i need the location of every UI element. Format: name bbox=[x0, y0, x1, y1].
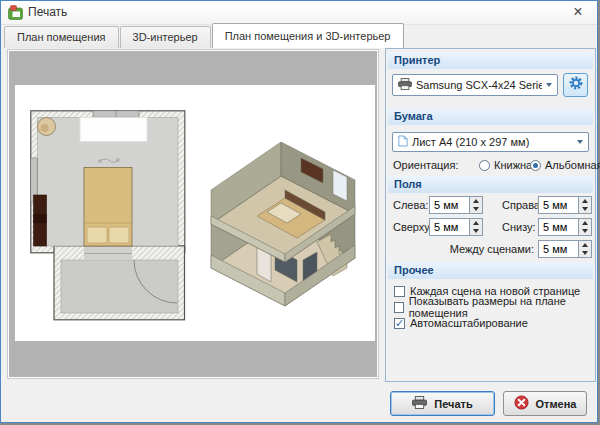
gear-icon bbox=[568, 75, 584, 95]
spin-down[interactable] bbox=[579, 249, 591, 257]
print-button-label: Печать bbox=[434, 398, 472, 410]
checkbox-icon bbox=[394, 286, 405, 297]
cancel-button[interactable]: Отмена bbox=[503, 391, 587, 416]
spin-up[interactable] bbox=[579, 241, 591, 249]
close-icon[interactable]: × bbox=[569, 2, 587, 22]
margin-between-scenes-value[interactable]: 5 мм bbox=[538, 240, 578, 258]
cancel-button-label: Отмена bbox=[536, 398, 577, 410]
margin-left-value[interactable]: 5 мм bbox=[429, 196, 469, 214]
checkbox-icon bbox=[394, 302, 404, 313]
settings-panel: Принтер Samsung SCX-4x24 Series PCL... Б… bbox=[385, 48, 596, 382]
red-x-icon bbox=[514, 395, 529, 412]
page-icon bbox=[398, 135, 408, 149]
titlebar: Печать × bbox=[1, 1, 597, 25]
tab-floor-plan-and-3d[interactable]: План помещения и 3D-интерьер bbox=[212, 23, 404, 48]
print-dialog: Печать × План помещения 3D-интерьер План… bbox=[0, 0, 598, 423]
print-button[interactable]: Печать bbox=[390, 391, 495, 416]
margin-bottom-spinner bbox=[578, 218, 592, 236]
section-header-margins: Поля bbox=[388, 176, 593, 193]
printer-settings-button[interactable] bbox=[563, 73, 588, 97]
margin-bottom-label: Снизу: bbox=[502, 218, 536, 236]
checkbox-show-dimensions[interactable]: Показывать размеры на плане помещения bbox=[394, 300, 595, 314]
margin-bottom-field[interactable]: 5 мм bbox=[538, 218, 592, 236]
section-header-paper: Бумага bbox=[388, 108, 593, 125]
spin-up[interactable] bbox=[470, 219, 482, 227]
orientation-landscape-label: Альбомная bbox=[545, 159, 600, 171]
printer-select[interactable]: Samsung SCX-4x24 Series PCL... bbox=[392, 74, 558, 96]
margin-between-scenes-spinner bbox=[578, 240, 592, 258]
spin-up[interactable] bbox=[579, 197, 591, 205]
margin-right-field[interactable]: 5 мм bbox=[538, 196, 592, 214]
printer-icon bbox=[398, 78, 412, 92]
spin-down[interactable] bbox=[470, 227, 482, 235]
spin-down[interactable] bbox=[579, 205, 591, 213]
margin-right-label: Справа: bbox=[502, 196, 543, 214]
chevron-down-icon bbox=[546, 83, 552, 87]
radio-icon bbox=[479, 160, 490, 171]
margin-bottom-value[interactable]: 5 мм bbox=[538, 218, 578, 236]
spin-up[interactable] bbox=[470, 197, 482, 205]
margin-top-label: Сверху: bbox=[393, 218, 433, 236]
tab-floor-plan[interactable]: План помещения bbox=[4, 26, 119, 48]
checkbox-checked-icon: ✓ bbox=[394, 318, 405, 329]
tab-3d-interior[interactable]: 3D-интерьер bbox=[120, 26, 211, 48]
margin-left-spinner bbox=[469, 196, 483, 214]
paper-select-value: Лист A4 (210 x 297 мм) bbox=[412, 136, 529, 148]
margin-right-value[interactable]: 5 мм bbox=[538, 196, 578, 214]
paper-select[interactable]: Лист A4 (210 x 297 мм) bbox=[392, 132, 589, 152]
spin-down[interactable] bbox=[470, 205, 482, 213]
floor-plan-preview bbox=[30, 110, 187, 322]
chevron-down-icon bbox=[577, 140, 583, 144]
checkbox-autoscale[interactable]: ✓ Автомасштабирование bbox=[394, 316, 528, 330]
window-title: Печать bbox=[28, 5, 67, 19]
printer-icon bbox=[412, 396, 427, 411]
orientation-label: Ориентация: bbox=[393, 156, 459, 174]
spin-down[interactable] bbox=[579, 227, 591, 235]
3d-view-preview bbox=[205, 142, 360, 322]
spin-up[interactable] bbox=[579, 219, 591, 227]
margin-top-spinner bbox=[469, 218, 483, 236]
app-icon bbox=[8, 5, 23, 20]
section-header-other: Прочее bbox=[388, 262, 593, 279]
margin-left-field[interactable]: 5 мм bbox=[429, 196, 483, 214]
margin-top-value[interactable]: 5 мм bbox=[429, 218, 469, 236]
preview-paper bbox=[15, 85, 375, 341]
margin-between-scenes-label: Между сценами: bbox=[393, 240, 534, 258]
print-preview bbox=[7, 49, 379, 379]
printer-select-value: Samsung SCX-4x24 Series PCL... bbox=[416, 79, 542, 91]
tab-bar: План помещения 3D-интерьер План помещени… bbox=[4, 25, 405, 48]
orientation-radio-landscape[interactable]: Альбомная bbox=[530, 157, 600, 173]
radio-checked-icon bbox=[530, 160, 541, 171]
section-header-printer: Принтер bbox=[388, 52, 593, 69]
margin-right-spinner bbox=[578, 196, 592, 214]
margin-top-field[interactable]: 5 мм bbox=[429, 218, 483, 236]
checkbox-autoscale-label: Автомасштабирование bbox=[410, 317, 528, 329]
margin-between-scenes-field[interactable]: 5 мм bbox=[538, 240, 592, 258]
margin-left-label: Слева: bbox=[393, 196, 428, 214]
